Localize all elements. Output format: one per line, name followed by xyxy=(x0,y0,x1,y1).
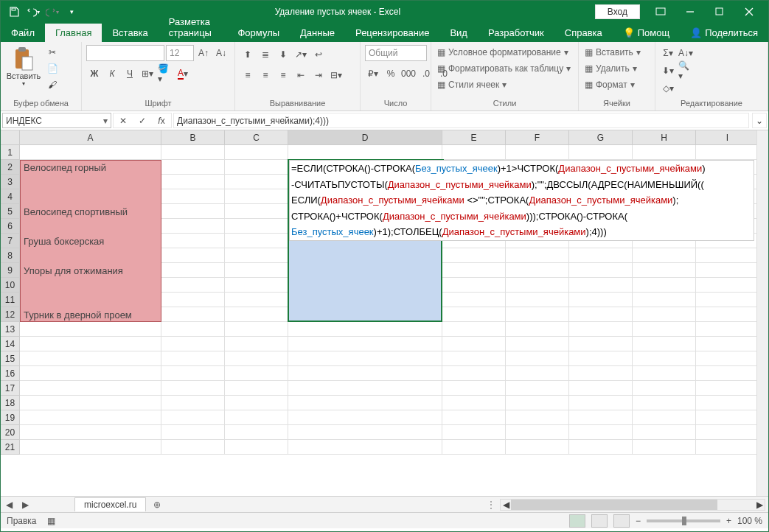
cell[interactable] xyxy=(633,337,696,351)
save-icon[interactable] xyxy=(5,3,23,21)
row-header-2[interactable]: 2 xyxy=(1,160,20,175)
font-size-combo[interactable]: 12 xyxy=(166,45,194,61)
cond-format-button[interactable]: ▦Условное форматирование▾ xyxy=(436,45,570,60)
col-header-B[interactable]: B xyxy=(161,130,225,145)
cell[interactable] xyxy=(20,351,161,366)
align-bottom-icon[interactable]: ⬇ xyxy=(275,46,291,63)
cell[interactable] xyxy=(506,322,569,337)
cell[interactable] xyxy=(288,425,442,440)
row-header-5[interactable]: 5 xyxy=(1,204,20,219)
cell[interactable] xyxy=(161,248,225,263)
cell[interactable] xyxy=(225,351,288,366)
cell[interactable] xyxy=(225,396,288,410)
cell[interactable] xyxy=(696,337,759,351)
cell[interactable] xyxy=(442,440,506,455)
bold-button[interactable]: Ж xyxy=(86,66,102,82)
cancel-formula-icon[interactable]: ✕ xyxy=(114,116,133,126)
cell[interactable] xyxy=(161,293,225,307)
cell[interactable] xyxy=(225,263,288,278)
cell[interactable] xyxy=(225,307,288,322)
cell[interactable] xyxy=(633,410,696,425)
underline-button[interactable]: Ч xyxy=(122,66,138,82)
cell[interactable] xyxy=(161,351,225,366)
macro-record-icon[interactable]: ▦ xyxy=(47,516,55,526)
cell[interactable] xyxy=(696,145,759,160)
font-color-icon[interactable]: A▾ xyxy=(175,66,191,82)
percent-icon[interactable]: % xyxy=(383,66,399,82)
cell[interactable] xyxy=(161,278,225,293)
account-signin[interactable]: Вход xyxy=(595,4,640,19)
cell[interactable] xyxy=(225,337,288,351)
undo-icon[interactable]: ▾ xyxy=(24,3,42,21)
cell[interactable] xyxy=(225,189,288,204)
row-header-10[interactable]: 10 xyxy=(1,278,20,293)
cell[interactable] xyxy=(20,381,161,396)
expand-formula-bar-icon[interactable]: ⌄ xyxy=(752,113,767,128)
cell[interactable] xyxy=(161,381,225,396)
cell[interactable] xyxy=(506,381,569,396)
number-format-combo[interactable]: Общий xyxy=(365,45,427,61)
minimize-icon[interactable] xyxy=(675,1,705,23)
cell[interactable] xyxy=(696,351,759,366)
cell[interactable] xyxy=(696,248,759,263)
cell[interactable] xyxy=(569,248,633,263)
clear-icon[interactable]: ◇▾ xyxy=(660,80,676,97)
row-header-13[interactable]: 13 xyxy=(1,322,20,337)
horizontal-scrollbar[interactable]: ◀ ▶ xyxy=(500,499,765,511)
cell[interactable] xyxy=(633,145,696,160)
align-middle-icon[interactable]: ≣ xyxy=(257,46,274,63)
cell[interactable] xyxy=(569,381,633,396)
share-button[interactable]: 👤Поделиться xyxy=(680,24,768,42)
cell[interactable] xyxy=(225,219,288,234)
cell[interactable] xyxy=(506,351,569,366)
row-header-3[interactable]: 3 xyxy=(1,175,20,189)
cell[interactable] xyxy=(442,396,506,410)
cell[interactable] xyxy=(288,337,442,351)
cell[interactable] xyxy=(633,366,696,381)
cell[interactable] xyxy=(161,425,225,440)
in-cell-formula-editor[interactable]: =ЕСЛИ(СТРОКА()-СТРОКА(Без_пустых_ячеек)+… xyxy=(289,160,754,241)
cell[interactable] xyxy=(442,263,506,278)
maximize-icon[interactable] xyxy=(705,1,734,23)
formula-bar-input[interactable]: Диапазон_с_пустыми_ячейками);4))) xyxy=(173,113,749,128)
currency-icon[interactable]: ₽▾ xyxy=(365,66,381,82)
format-painter-icon[interactable]: 🖌 xyxy=(45,77,60,92)
cell[interactable] xyxy=(288,322,442,337)
cell[interactable] xyxy=(506,396,569,410)
cell[interactable] xyxy=(569,366,633,381)
row-header-20[interactable]: 20 xyxy=(1,425,20,440)
cell[interactable] xyxy=(633,322,696,337)
row-header-6[interactable]: 6 xyxy=(1,219,20,234)
row-header-17[interactable]: 17 xyxy=(1,381,20,396)
sheet-nav-next-icon[interactable]: ▶ xyxy=(17,497,33,513)
zoom-percent[interactable]: 100 % xyxy=(737,516,762,526)
cell[interactable] xyxy=(288,440,442,455)
view-layout-icon[interactable] xyxy=(591,514,608,528)
cell[interactable] xyxy=(225,366,288,381)
cell[interactable] xyxy=(442,410,506,425)
cell[interactable] xyxy=(161,322,225,337)
align-right-icon[interactable]: ≡ xyxy=(275,67,291,83)
enter-formula-icon[interactable]: ✓ xyxy=(133,116,152,126)
cell[interactable] xyxy=(442,381,506,396)
cell[interactable] xyxy=(696,440,759,455)
cell[interactable] xyxy=(696,381,759,396)
cell[interactable] xyxy=(569,278,633,293)
cell[interactable] xyxy=(696,410,759,425)
cell[interactable] xyxy=(20,322,161,337)
cell[interactable] xyxy=(225,278,288,293)
cell[interactable] xyxy=(225,145,288,160)
tab-file[interactable]: Файл xyxy=(1,24,45,42)
cell[interactable] xyxy=(161,160,225,175)
cell[interactable] xyxy=(633,278,696,293)
cell[interactable] xyxy=(442,278,506,293)
row-header-9[interactable]: 9 xyxy=(1,263,20,278)
cell[interactable] xyxy=(696,366,759,381)
cell[interactable] xyxy=(225,204,288,219)
cell[interactable] xyxy=(225,248,288,263)
increase-indent-icon[interactable]: ⇥ xyxy=(310,67,327,83)
view-pagebreak-icon[interactable] xyxy=(613,514,630,528)
add-sheet-icon[interactable]: ⊕ xyxy=(149,497,165,513)
cell[interactable] xyxy=(20,337,161,351)
col-header-F[interactable]: F xyxy=(506,130,569,145)
